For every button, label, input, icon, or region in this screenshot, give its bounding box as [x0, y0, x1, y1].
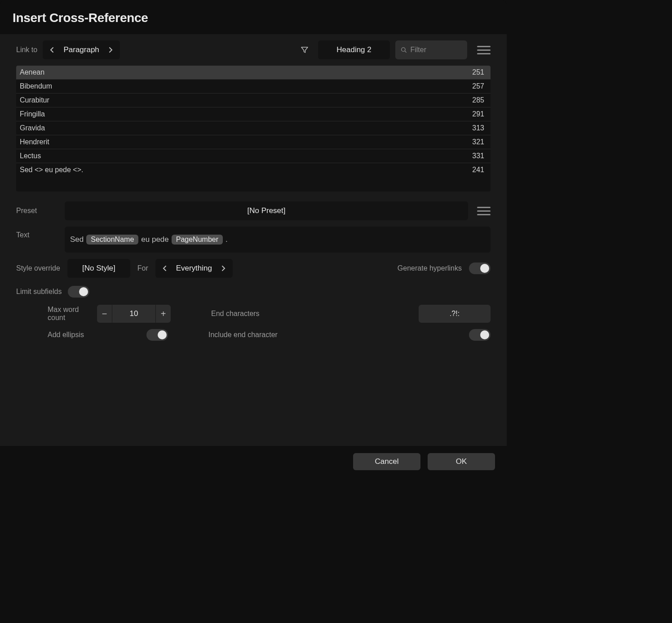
generate-hyperlinks-label: Generate hyperlinks	[398, 264, 462, 272]
end-characters-value: .?!:	[450, 310, 460, 318]
list-item[interactable]: Gravida313	[16, 121, 491, 135]
list-item[interactable]: Lectus331	[16, 149, 491, 163]
list-item-name: Curabitur	[20, 96, 49, 104]
list-item-name: Bibendum	[20, 82, 52, 90]
list-item[interactable]: Aenean251	[16, 66, 491, 80]
filter-icon[interactable]	[296, 42, 313, 58]
include-end-toggle[interactable]	[469, 329, 491, 341]
style-override-row: Style override [No Style] For Everything…	[16, 259, 491, 278]
link-to-type-value: Paragraph	[60, 45, 103, 54]
list-item-name: Aenean	[20, 68, 44, 76]
plus-icon[interactable]: +	[155, 305, 171, 323]
minus-icon[interactable]: −	[97, 305, 112, 323]
cancel-label: Cancel	[375, 457, 399, 466]
filter-style-select[interactable]: Heading 2	[318, 40, 390, 59]
svg-line-1	[405, 51, 406, 53]
list-item-page: 257	[472, 82, 484, 90]
list-item[interactable]: Sed <> eu pede <>.241	[16, 163, 491, 177]
text-token[interactable]: SectionName	[86, 235, 138, 245]
list-item-page: 285	[472, 96, 484, 104]
list-item-name: Fringilla	[20, 110, 45, 118]
svg-point-0	[402, 48, 405, 51]
preset-row: Preset [No Preset]	[16, 201, 491, 220]
style-override-select[interactable]: [No Style]	[67, 259, 130, 278]
limit-row-2: Add ellipsis Include end character	[16, 329, 491, 341]
chevron-right-icon[interactable]	[216, 259, 231, 278]
preset-value: [No Preset]	[247, 206, 285, 215]
list-item[interactable]: Curabitur285	[16, 93, 491, 107]
dialog-footer: Cancel OK	[0, 446, 507, 477]
menu-icon[interactable]	[477, 43, 491, 57]
text-edit[interactable]: Sed SectionName eu pede PageNumber .	[65, 227, 491, 253]
add-ellipsis-label: Add ellipsis	[16, 331, 97, 339]
preset-menu-icon[interactable]	[477, 204, 491, 218]
for-label: For	[137, 264, 148, 272]
style-override-label: Style override	[16, 264, 60, 272]
list-item-page: 251	[472, 68, 484, 76]
style-override-value: [No Style]	[82, 264, 115, 273]
ok-button[interactable]: OK	[428, 453, 495, 470]
ok-label: OK	[456, 457, 467, 466]
max-word-count-value: 10	[112, 305, 155, 323]
link-to-row: Link to Paragraph Heading 2	[16, 40, 491, 59]
list-item[interactable]: Bibendum257	[16, 80, 491, 93]
search-input[interactable]	[395, 40, 467, 59]
link-to-label: Link to	[16, 46, 37, 54]
preset-label: Preset	[16, 207, 65, 215]
for-value: Everything	[172, 264, 216, 273]
add-ellipsis-toggle[interactable]	[146, 329, 168, 341]
chevron-left-icon[interactable]	[157, 259, 172, 278]
limit-subfields-row: Limit subfields	[16, 286, 491, 298]
include-end-label: Include end character	[208, 331, 278, 339]
limit-subfields-label: Limit subfields	[16, 288, 62, 296]
limit-subfields-toggle[interactable]	[68, 286, 89, 298]
end-characters-input[interactable]: .?!:	[419, 305, 491, 323]
list-item[interactable]: Hendrerit321	[16, 135, 491, 149]
filter-style-value: Heading 2	[336, 45, 371, 54]
list-item-name: Hendrerit	[20, 138, 49, 146]
chevron-left-icon[interactable]	[44, 40, 60, 59]
list-item-page: 313	[472, 124, 484, 132]
dialog-content: Link to Paragraph Heading 2 Aenean251Bib…	[0, 34, 507, 446]
text-token[interactable]: PageNumber	[172, 235, 223, 245]
list-item-page: 321	[472, 138, 484, 146]
list-item-page: 331	[472, 152, 484, 160]
search-field[interactable]	[410, 46, 462, 54]
max-word-count-label: Max word count	[16, 306, 97, 322]
search-icon	[401, 46, 407, 53]
text-literal: eu pede	[141, 235, 168, 244]
list-item-name: Gravida	[20, 124, 45, 132]
text-literal: Sed	[70, 235, 84, 244]
text-literal: .	[225, 235, 228, 244]
text-row: Text Sed SectionName eu pede PageNumber …	[16, 227, 491, 253]
list-item[interactable]: Fringilla291	[16, 107, 491, 121]
results-list[interactable]: Aenean251Bibendum257Curabitur285Fringill…	[16, 66, 491, 191]
chevron-right-icon[interactable]	[103, 40, 118, 59]
dialog-title: Insert Cross-Reference	[13, 11, 494, 25]
preset-select[interactable]: [No Preset]	[65, 201, 468, 220]
list-item-name: Lectus	[20, 152, 41, 160]
limit-row-1: Max word count − 10 + End characters .?!…	[16, 305, 491, 323]
list-item-name: Sed <> eu pede <>.	[20, 166, 83, 174]
link-to-type-stepper[interactable]: Paragraph	[43, 40, 120, 59]
max-word-count-stepper[interactable]: − 10 +	[97, 305, 171, 323]
for-stepper[interactable]: Everything	[155, 259, 233, 278]
list-item-page: 291	[472, 110, 484, 118]
generate-hyperlinks-toggle[interactable]	[469, 263, 491, 274]
cancel-button[interactable]: Cancel	[353, 453, 420, 470]
titlebar: Insert Cross-Reference	[0, 0, 507, 34]
end-characters-label: End characters	[211, 310, 260, 318]
text-label: Text	[16, 227, 65, 239]
list-item-page: 241	[472, 166, 484, 174]
